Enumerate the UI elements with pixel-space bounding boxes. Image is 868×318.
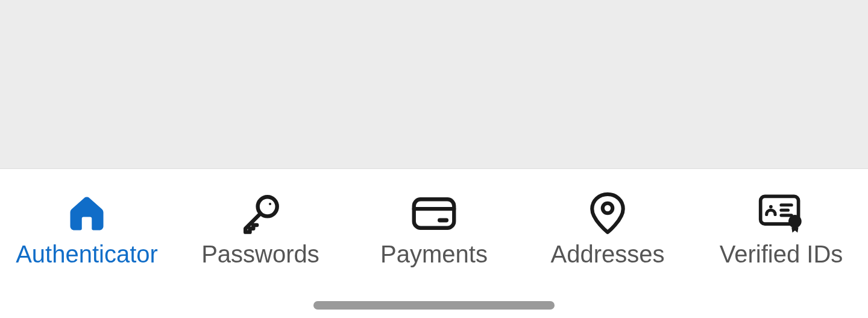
nav-item-label: Authenticator [16,241,158,268]
nav-item-authenticator[interactable]: Authenticator [0,181,174,278]
gesture-handle-bar[interactable] [313,301,555,310]
nav-item-label: Passwords [201,241,319,268]
nav-item-payments[interactable]: Payments [347,181,521,278]
content-area [0,0,868,169]
svg-point-5 [603,203,612,212]
card-icon [411,191,457,236]
nav-item-addresses[interactable]: Addresses [521,181,694,278]
svg-point-1 [269,202,271,205]
nav-item-label: Addresses [551,241,665,268]
id-badge-icon [757,191,805,236]
key-icon [239,191,281,236]
svg-rect-2 [414,199,454,228]
nav-item-label: Payments [380,241,488,268]
location-icon [589,191,626,236]
svg-point-11 [788,215,802,228]
svg-point-7 [769,205,773,208]
bottom-navigation: Authenticator Passwords Payments [0,169,868,278]
nav-item-label: Verified IDs [720,241,843,268]
home-icon [67,191,107,236]
nav-item-passwords[interactable]: Passwords [174,181,347,278]
nav-item-verified-ids[interactable]: Verified IDs [694,181,868,278]
